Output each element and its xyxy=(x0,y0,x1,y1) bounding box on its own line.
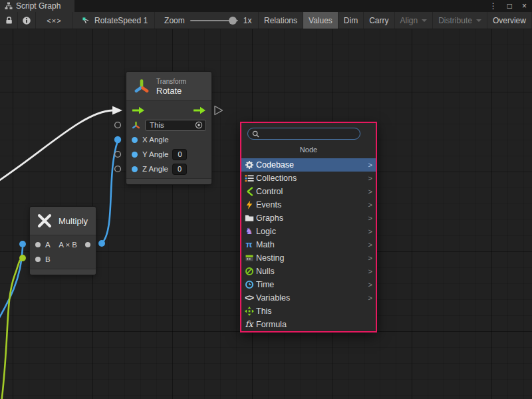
x-angle-row: X Angle xyxy=(126,132,211,147)
pi-icon: π xyxy=(244,240,254,250)
chevron-right-icon: > xyxy=(368,241,372,249)
multiply-b-port-connected[interactable] xyxy=(19,255,26,261)
node-finder-popup: Node Codebase > xyxy=(240,122,377,332)
popup-item-nulls[interactable]: Nulls > xyxy=(241,265,376,278)
zoom-label: Zoom xyxy=(164,16,185,25)
code-view-button[interactable]: <×> xyxy=(36,12,73,29)
popup-item-variables[interactable]: <> Variables > xyxy=(241,291,376,305)
popup-item-this[interactable]: This xyxy=(241,305,376,318)
popup-item-codebase[interactable]: Codebase > xyxy=(241,158,376,172)
values-button[interactable]: Values xyxy=(303,12,338,29)
move-arrows-icon xyxy=(244,307,254,317)
multiply-a-port-connected[interactable] xyxy=(19,241,26,247)
z-angle-row: Z Angle 0 xyxy=(126,162,211,176)
b-inner-port[interactable] xyxy=(35,257,41,262)
popup-item-collections[interactable]: Collections > xyxy=(241,172,376,185)
dim-button[interactable]: Dim xyxy=(338,12,363,29)
popup-item-logic[interactable]: ♞ Logic > xyxy=(241,225,376,238)
overview-button[interactable]: Overview xyxy=(487,12,531,29)
multiply-output-port-connected[interactable] xyxy=(98,240,105,247)
flow-wire[interactable] xyxy=(0,110,112,184)
x-angle-inner-port[interactable] xyxy=(132,137,138,143)
knight-icon: ♞ xyxy=(244,227,254,237)
tab-title: Script Graph xyxy=(16,1,61,11)
xangle-port-connected[interactable] xyxy=(114,136,121,143)
menu-dots-icon[interactable]: ⋮ xyxy=(489,0,497,12)
search-row xyxy=(241,123,376,143)
caret-down-icon xyxy=(476,19,481,22)
value-wire-into-b[interactable] xyxy=(1,259,23,399)
align-dropdown[interactable]: Align xyxy=(394,12,433,29)
maximize-icon[interactable]: □ xyxy=(507,0,512,12)
zangle-port[interactable] xyxy=(115,166,121,172)
popup-item-control[interactable]: Control > xyxy=(241,185,376,198)
tab-bar: Script Graph ⋮ □ × xyxy=(0,0,532,12)
caret-down-icon xyxy=(422,19,427,22)
chevron-right-icon: > xyxy=(368,267,372,275)
relations-button[interactable]: Relations xyxy=(258,12,303,29)
popup-item-events[interactable]: Events > xyxy=(241,198,376,211)
popup-item-time[interactable]: Time > xyxy=(241,278,376,291)
object-picker-icon[interactable] xyxy=(195,121,203,129)
info-button[interactable] xyxy=(18,12,36,29)
graph-canvas[interactable]: Transform Rotate xyxy=(0,29,532,399)
chevron-right-icon: > xyxy=(368,161,372,169)
chevron-right-icon: > xyxy=(368,294,372,302)
output-inner-port[interactable] xyxy=(85,242,90,247)
graph-hierarchy-icon xyxy=(5,2,13,10)
chevron-right-icon: > xyxy=(368,227,372,235)
distribute-dropdown[interactable]: Distribute xyxy=(432,12,487,29)
flow-in-arrow-icon[interactable] xyxy=(132,106,145,114)
breadcrumb[interactable]: RotateSpeed 1 xyxy=(73,12,155,29)
zoom-control: Zoom 1x xyxy=(164,12,251,29)
node-title: Multiply xyxy=(59,216,88,226)
carry-button[interactable]: Carry xyxy=(363,12,394,29)
popup-item-graphs[interactable]: Graphs > xyxy=(241,211,376,225)
transform-gizmo-mini-icon xyxy=(132,121,140,130)
chevron-right-icon: > xyxy=(368,281,372,289)
yangle-port[interactable] xyxy=(115,152,121,158)
search-field[interactable] xyxy=(247,128,360,140)
flow-output-port[interactable] xyxy=(215,106,223,115)
gear-icon xyxy=(244,160,254,170)
a-inner-port[interactable] xyxy=(35,242,41,247)
chevron-right-icon: > xyxy=(368,214,372,222)
a-row: A A × B xyxy=(30,237,96,252)
chevron-right-icon: > xyxy=(368,201,372,209)
null-slash-icon xyxy=(244,267,254,277)
popup-item-formula[interactable]: fx Formula xyxy=(241,318,376,331)
node-header[interactable]: Transform Rotate xyxy=(126,72,211,101)
zoom-slider[interactable] xyxy=(190,20,238,21)
lightning-icon xyxy=(244,200,254,210)
y-angle-value-field[interactable]: 0 xyxy=(173,150,186,160)
y-angle-row: Y Angle 0 xyxy=(126,147,211,162)
node-transform-rotate[interactable]: Transform Rotate xyxy=(126,72,211,184)
branch-arrows-icon xyxy=(244,187,254,197)
node-header[interactable]: Multiply xyxy=(30,207,96,235)
popup-item-nesting[interactable]: Nesting > xyxy=(241,251,376,265)
multiply-x-icon xyxy=(37,213,53,229)
chevron-right-icon: > xyxy=(368,174,372,182)
close-icon[interactable]: × xyxy=(522,0,527,12)
y-angle-inner-port[interactable] xyxy=(132,152,138,158)
node-multiply[interactable]: Multiply A A × B B xyxy=(30,207,96,275)
z-angle-value-field[interactable]: 0 xyxy=(173,164,186,174)
this-object-field[interactable]: This xyxy=(145,120,206,131)
list-icon xyxy=(244,174,254,184)
popup-item-math[interactable]: π Math > xyxy=(241,238,376,251)
tab-script-graph[interactable]: Script Graph xyxy=(0,0,74,12)
lock-icon xyxy=(5,16,13,25)
z-angle-inner-port[interactable] xyxy=(132,166,138,172)
search-icon xyxy=(252,130,259,138)
transform-gizmo-icon xyxy=(133,78,150,95)
angle-brackets-icon: <> xyxy=(244,293,254,303)
flow-out-arrow-icon[interactable] xyxy=(193,106,206,114)
this-port[interactable] xyxy=(115,122,121,128)
search-input[interactable] xyxy=(263,129,358,138)
this-row: This xyxy=(126,118,211,132)
node-footer xyxy=(30,269,96,275)
breadcrumb-label: RotateSpeed 1 xyxy=(94,16,148,25)
code-brackets-icon: <×> xyxy=(47,17,61,25)
lock-button[interactable] xyxy=(0,12,18,29)
zoom-slider-handle[interactable] xyxy=(229,17,237,25)
